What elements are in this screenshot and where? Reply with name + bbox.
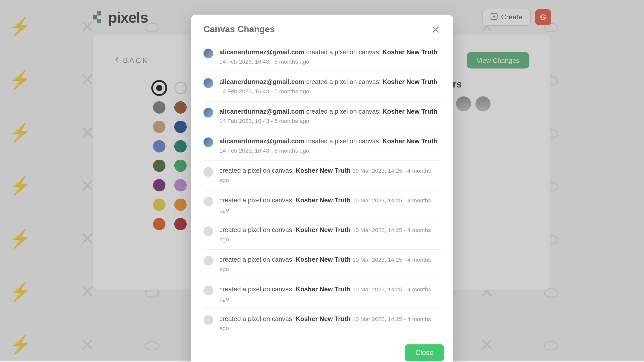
change-text: alicanerdurmaz@gmail.com created a pixel…	[219, 48, 440, 66]
change-canvas-name: Kosher New Truth	[383, 138, 437, 145]
change-timestamp: 14 Feb 2023, 16:43 - 5 months ago	[219, 58, 309, 65]
change-user: alicanerdurmaz@gmail.com	[219, 49, 304, 56]
change-text: alicanerdurmaz@gmail.com created a pixel…	[219, 107, 440, 126]
change-avatar	[204, 286, 213, 295]
change-avatar	[204, 49, 213, 58]
change-row: created a pixel on canvas: Kosher New Tr…	[204, 191, 440, 220]
change-row: created a pixel on canvas: Kosher New Tr…	[204, 161, 440, 191]
changes-modal: Canvas Changes alicanerdurmaz@gmail.com …	[191, 15, 453, 362]
changes-list: alicanerdurmaz@gmail.com created a pixel…	[191, 42, 453, 338]
modal-title: Canvas Changes	[204, 24, 275, 34]
change-canvas-name: Kosher New Truth	[296, 286, 350, 293]
change-canvas-name: Kosher New Truth	[296, 197, 350, 204]
change-canvas-name: Kosher New Truth	[296, 167, 350, 174]
change-text: created a pixel on canvas: Kosher New Tr…	[219, 285, 440, 303]
change-user: alicanerdurmaz@gmail.com	[219, 108, 304, 115]
change-canvas-name: Kosher New Truth	[383, 49, 437, 56]
change-timestamp: 14 Feb 2023, 16:43 - 5 months ago	[219, 118, 309, 124]
change-avatar	[204, 197, 213, 207]
change-row: created a pixel on canvas: Kosher New Tr…	[204, 309, 440, 338]
change-row: alicanerdurmaz@gmail.com created a pixel…	[204, 102, 440, 131]
change-row: created a pixel on canvas: Kosher New Tr…	[204, 220, 440, 250]
change-canvas-name: Kosher New Truth	[383, 78, 437, 85]
change-row: alicanerdurmaz@gmail.com created a pixel…	[204, 72, 440, 102]
change-canvas-name: Kosher New Truth	[296, 256, 350, 263]
change-text: alicanerdurmaz@gmail.com created a pixel…	[219, 77, 440, 96]
change-row: alicanerdurmaz@gmail.com created a pixel…	[204, 131, 440, 161]
close-icon[interactable]	[431, 25, 441, 34]
change-row: created a pixel on canvas: Kosher New Tr…	[204, 250, 440, 280]
change-avatar	[204, 167, 213, 177]
change-avatar	[204, 256, 213, 266]
change-user: alicanerdurmaz@gmail.com	[219, 138, 304, 145]
change-text: created a pixel on canvas: Kosher New Tr…	[219, 196, 440, 214]
change-text: created a pixel on canvas: Kosher New Tr…	[219, 255, 440, 274]
change-avatar	[204, 138, 213, 147]
change-text: alicanerdurmaz@gmail.com created a pixel…	[219, 137, 440, 155]
change-avatar	[204, 78, 213, 88]
change-canvas-name: Kosher New Truth	[383, 108, 437, 115]
change-canvas-name: Kosher New Truth	[296, 315, 350, 322]
change-row: alicanerdurmaz@gmail.com created a pixel…	[204, 42, 440, 72]
change-avatar	[204, 108, 213, 118]
change-canvas-name: Kosher New Truth	[296, 227, 350, 234]
change-avatar	[204, 227, 213, 236]
change-row: created a pixel on canvas: Kosher New Tr…	[204, 280, 440, 309]
change-avatar	[204, 315, 213, 325]
change-timestamp: 14 Feb 2023, 16:43 - 5 months ago	[219, 147, 309, 154]
change-text: created a pixel on canvas: Kosher New Tr…	[219, 314, 440, 333]
change-user: alicanerdurmaz@gmail.com	[219, 78, 304, 85]
change-timestamp: 14 Feb 2023, 16:43 - 5 months ago	[219, 88, 309, 95]
close-button[interactable]: Close	[405, 344, 444, 361]
change-text: created a pixel on canvas: Kosher New Tr…	[219, 166, 440, 185]
change-text: created a pixel on canvas: Kosher New Tr…	[219, 225, 440, 244]
